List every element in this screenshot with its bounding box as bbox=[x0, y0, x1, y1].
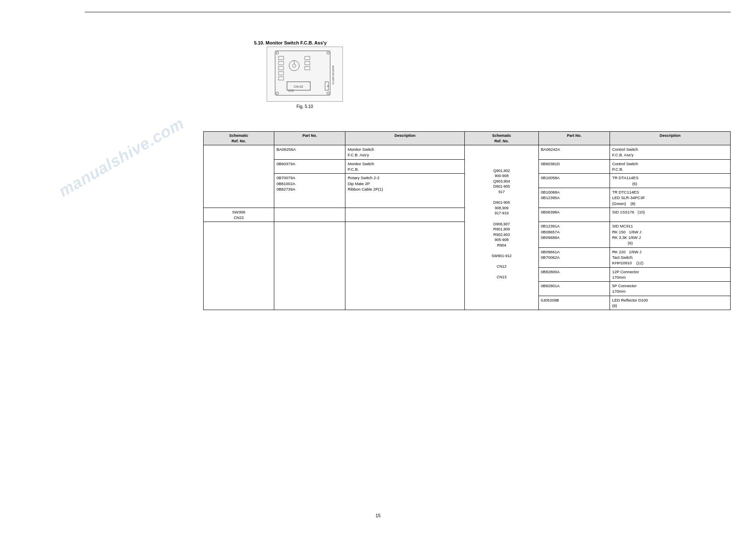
svg-text:◄: ◄ bbox=[326, 85, 329, 87]
page-number: 15 bbox=[375, 513, 381, 518]
svg-text:MONITOR SWITCH: MONITOR SWITCH bbox=[332, 66, 334, 85]
desc-6 bbox=[345, 222, 465, 310]
part-no-2: 0B60379A bbox=[274, 159, 345, 174]
col-header-desc-2: Description bbox=[610, 132, 731, 145]
desc-5 bbox=[345, 208, 465, 222]
desc-r9: 5P Connector170mm bbox=[610, 282, 731, 296]
desc-r7: RK 220 1/6W JTact.SwitchKHH10910 (12) bbox=[610, 247, 731, 267]
schematic-ref-1 bbox=[204, 145, 274, 208]
figure-area: CN=22 MONITOR SWITCH ◄ Fig. 5.10 bbox=[262, 47, 347, 109]
svg-text:CN=22: CN=22 bbox=[294, 85, 303, 88]
page-container: 5.10. Monitor Switch F.C.B. Ass'y bbox=[0, 0, 756, 535]
table-row: BA06256A Monitor SwitchF.C.B. Ass'y Q901… bbox=[204, 145, 731, 160]
section-title: 5.10. Monitor Switch F.C.B. Ass'y bbox=[254, 40, 327, 45]
col-header-partno-1: Part No. bbox=[274, 132, 345, 145]
desc-r3: TR DTA114ES (6) bbox=[610, 174, 731, 188]
desc-r1: Control SwitchF.C.B. Ass'y bbox=[610, 145, 731, 160]
part-no-r3: 0B10058A bbox=[538, 174, 610, 188]
schematic-ref-r1: Q901,902900-908Q903,904D901-905917 D901-… bbox=[465, 145, 539, 310]
desc-r8: 12P Connector170mm bbox=[610, 267, 731, 282]
part-no-r1: BA06242A bbox=[538, 145, 610, 160]
desc-r10: LED Reflector D100(8) bbox=[610, 296, 731, 310]
desc-1: Monitor SwitchF.C.B. Ass'y bbox=[345, 145, 465, 160]
part-no-5 bbox=[274, 208, 345, 222]
part-no-1: BA06256A bbox=[274, 145, 345, 160]
part-no-r2: 0B60381D bbox=[538, 159, 610, 174]
desc-r6: SID MC911RK 150 1/6W JRK 3.3K 1/6W J (6) bbox=[610, 222, 731, 247]
pcb-diagram: CN=22 MONITOR SWITCH ◄ bbox=[271, 49, 339, 100]
desc-3: Rotary Switch 2-2Dip Mate 2PRibbon Cable… bbox=[345, 174, 465, 208]
col-header-schematic-2: SchematicRef. No. bbox=[465, 132, 539, 145]
figure-box: CN=22 MONITOR SWITCH ◄ bbox=[267, 47, 343, 102]
part-no-r10: 0J05209B bbox=[538, 296, 610, 310]
desc-r2: Control SwitchP.C.B. bbox=[610, 159, 731, 174]
part-no-r4: 0B10068A0B12395A bbox=[538, 188, 610, 208]
desc-r4: TR DTC114ESLED SLR-34PC3F(Green) (8) bbox=[610, 188, 731, 208]
col-header-schematic-1: SchematicRef. No. bbox=[204, 132, 274, 145]
col-header-desc-1: Description bbox=[345, 132, 465, 145]
desc-r5: SID 1SS176 (10) bbox=[610, 208, 731, 222]
watermark: manualshive.com bbox=[56, 114, 188, 200]
svg-rect-0 bbox=[275, 51, 330, 95]
part-no-6 bbox=[274, 222, 345, 310]
part-no-r5: 0B06398A bbox=[538, 208, 610, 222]
table-section: SchematicRef. No. Part No. Description S… bbox=[203, 131, 731, 310]
part-no-3: 0B70079A0B81002A0B82739A bbox=[274, 174, 345, 208]
part-no-r8: 0B82800A bbox=[538, 267, 610, 282]
desc-2: Monitor SwitchP.C.B. bbox=[345, 159, 465, 174]
col-header-partno-2: Part No. bbox=[538, 132, 610, 145]
top-rule bbox=[85, 12, 731, 12]
part-no-r6: 0B12391A0B08657A0B09689A bbox=[538, 222, 610, 247]
parts-table: SchematicRef. No. Part No. Description S… bbox=[203, 131, 731, 310]
part-no-r9: 0B82801A bbox=[538, 282, 610, 296]
part-no-r7: 0B09661A0B70062A bbox=[538, 247, 610, 267]
figure-caption: Fig. 5.10 bbox=[262, 104, 347, 109]
schematic-ref-3 bbox=[204, 222, 274, 310]
schematic-ref-2: SW306CN22 bbox=[204, 208, 274, 222]
